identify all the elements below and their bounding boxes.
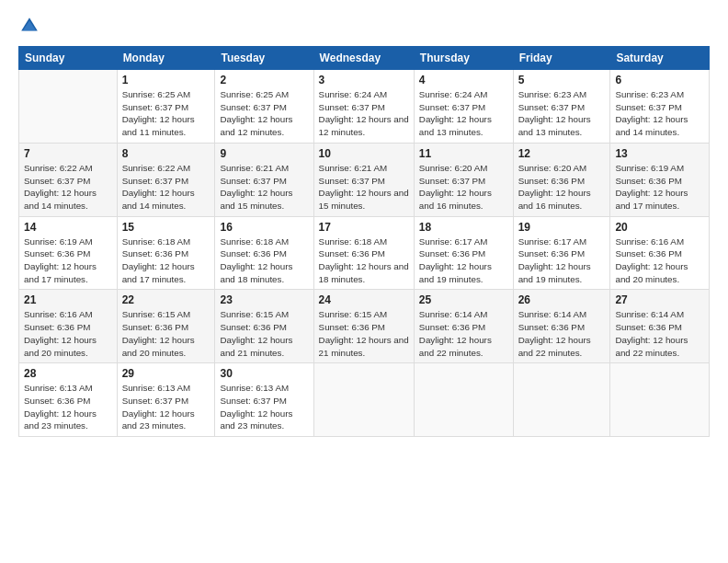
day-number: 19 [518,221,606,234]
day-number: 4 [419,74,508,86]
day-number: 16 [220,221,308,234]
day-cell: 3Sunrise: 6:24 AMSunset: 6:37 PMDaylight… [313,70,414,144]
week-row-3: 21Sunrise: 6:16 AMSunset: 6:36 PMDayligh… [19,290,710,363]
day-number: 17 [319,221,409,234]
day-info: Sunrise: 6:20 AMSunset: 6:37 PMDaylight:… [419,162,508,213]
logo [18,15,44,37]
day-cell [313,363,414,437]
day-cell: 19Sunrise: 6:17 AMSunset: 6:36 PMDayligh… [513,216,610,290]
day-cell: 4Sunrise: 6:24 AMSunset: 6:37 PMDaylight… [414,70,513,144]
day-number: 22 [122,293,210,306]
day-cell: 22Sunrise: 6:15 AMSunset: 6:36 PMDayligh… [117,290,215,363]
week-row-0: 1Sunrise: 6:25 AMSunset: 6:37 PMDaylight… [19,70,710,144]
day-info: Sunrise: 6:23 AMSunset: 6:37 PMDaylight:… [518,88,606,139]
day-number: 5 [518,74,606,86]
day-number: 2 [220,74,308,86]
day-cell: 25Sunrise: 6:14 AMSunset: 6:36 PMDayligh… [414,290,513,363]
day-cell: 29Sunrise: 6:13 AMSunset: 6:37 PMDayligh… [117,363,215,437]
day-info: Sunrise: 6:22 AMSunset: 6:37 PMDaylight:… [24,162,112,213]
day-info: Sunrise: 6:21 AMSunset: 6:37 PMDaylight:… [220,162,308,213]
day-header-tuesday: Tuesday [215,47,313,70]
day-number: 9 [220,147,308,160]
day-number: 25 [419,293,508,306]
day-info: Sunrise: 6:24 AMSunset: 6:37 PMDaylight:… [419,88,508,139]
day-header-sunday: Sunday [19,47,118,70]
week-row-1: 7Sunrise: 6:22 AMSunset: 6:37 PMDaylight… [19,143,710,216]
day-info: Sunrise: 6:21 AMSunset: 6:37 PMDaylight:… [319,162,409,213]
day-info: Sunrise: 6:19 AMSunset: 6:36 PMDaylight:… [24,236,112,286]
day-number: 15 [122,221,210,234]
day-info: Sunrise: 6:13 AMSunset: 6:36 PMDaylight:… [24,382,112,432]
day-info: Sunrise: 6:17 AMSunset: 6:36 PMDaylight:… [419,236,508,286]
day-number: 6 [615,74,704,86]
day-number: 1 [122,74,210,86]
day-cell: 15Sunrise: 6:18 AMSunset: 6:36 PMDayligh… [117,216,215,290]
day-info: Sunrise: 6:15 AMSunset: 6:36 PMDaylight:… [220,308,308,359]
day-info: Sunrise: 6:14 AMSunset: 6:36 PMDaylight:… [518,308,606,359]
day-number: 26 [518,293,606,306]
day-cell: 23Sunrise: 6:15 AMSunset: 6:36 PMDayligh… [215,290,313,363]
day-header-monday: Monday [117,47,215,70]
day-cell: 7Sunrise: 6:22 AMSunset: 6:37 PMDaylight… [19,143,118,216]
day-number: 24 [319,293,409,306]
day-info: Sunrise: 6:25 AMSunset: 6:37 PMDaylight:… [122,88,210,139]
day-info: Sunrise: 6:14 AMSunset: 6:36 PMDaylight:… [615,308,704,359]
day-number: 18 [419,221,508,234]
day-cell [610,363,710,437]
day-cell: 12Sunrise: 6:20 AMSunset: 6:36 PMDayligh… [513,143,610,216]
day-number: 21 [24,293,112,306]
week-row-4: 28Sunrise: 6:13 AMSunset: 6:36 PMDayligh… [19,363,710,437]
day-cell: 27Sunrise: 6:14 AMSunset: 6:36 PMDayligh… [610,290,710,363]
day-number: 3 [319,74,409,86]
day-header-friday: Friday [513,47,610,70]
day-cell: 17Sunrise: 6:18 AMSunset: 6:36 PMDayligh… [313,216,414,290]
day-info: Sunrise: 6:23 AMSunset: 6:37 PMDaylight:… [615,88,704,139]
day-cell [513,363,610,437]
day-cell: 28Sunrise: 6:13 AMSunset: 6:36 PMDayligh… [19,363,118,437]
day-cell [414,363,513,437]
day-cell: 30Sunrise: 6:13 AMSunset: 6:37 PMDayligh… [215,363,313,437]
day-cell: 16Sunrise: 6:18 AMSunset: 6:36 PMDayligh… [215,216,313,290]
week-row-2: 14Sunrise: 6:19 AMSunset: 6:36 PMDayligh… [19,216,710,290]
day-info: Sunrise: 6:14 AMSunset: 6:36 PMDaylight:… [419,308,508,359]
day-info: Sunrise: 6:16 AMSunset: 6:36 PMDaylight:… [615,236,704,286]
day-info: Sunrise: 6:20 AMSunset: 6:36 PMDaylight:… [518,162,606,213]
day-number: 20 [615,221,704,234]
day-info: Sunrise: 6:15 AMSunset: 6:36 PMDaylight:… [122,308,210,359]
day-cell: 1Sunrise: 6:25 AMSunset: 6:37 PMDaylight… [117,70,215,144]
day-info: Sunrise: 6:15 AMSunset: 6:36 PMDaylight:… [319,308,409,359]
day-info: Sunrise: 6:18 AMSunset: 6:36 PMDaylight:… [122,236,210,286]
header [18,15,710,37]
day-number: 12 [518,147,606,160]
day-number: 30 [220,367,308,380]
day-cell: 24Sunrise: 6:15 AMSunset: 6:36 PMDayligh… [313,290,414,363]
day-header-saturday: Saturday [610,47,710,70]
day-info: Sunrise: 6:22 AMSunset: 6:37 PMDaylight:… [122,162,210,213]
day-cell: 6Sunrise: 6:23 AMSunset: 6:37 PMDaylight… [610,70,710,144]
day-info: Sunrise: 6:16 AMSunset: 6:36 PMDaylight:… [24,308,112,359]
day-cell: 20Sunrise: 6:16 AMSunset: 6:36 PMDayligh… [610,216,710,290]
day-info: Sunrise: 6:18 AMSunset: 6:36 PMDaylight:… [220,236,308,286]
days-header-row: SundayMondayTuesdayWednesdayThursdayFrid… [19,47,710,70]
day-info: Sunrise: 6:13 AMSunset: 6:37 PMDaylight:… [220,382,308,432]
day-number: 27 [615,293,704,306]
day-number: 23 [220,293,308,306]
day-info: Sunrise: 6:19 AMSunset: 6:36 PMDaylight:… [615,162,704,213]
day-info: Sunrise: 6:24 AMSunset: 6:37 PMDaylight:… [319,88,409,139]
day-cell: 26Sunrise: 6:14 AMSunset: 6:36 PMDayligh… [513,290,610,363]
calendar-table: SundayMondayTuesdayWednesdayThursdayFrid… [18,46,710,437]
day-number: 10 [319,147,409,160]
day-header-wednesday: Wednesday [313,47,414,70]
day-cell: 18Sunrise: 6:17 AMSunset: 6:36 PMDayligh… [414,216,513,290]
day-number: 13 [615,147,704,160]
day-cell: 11Sunrise: 6:20 AMSunset: 6:37 PMDayligh… [414,143,513,216]
day-cell: 13Sunrise: 6:19 AMSunset: 6:36 PMDayligh… [610,143,710,216]
day-number: 29 [122,367,210,380]
logo-icon [18,15,40,37]
day-cell [19,70,118,144]
day-cell: 10Sunrise: 6:21 AMSunset: 6:37 PMDayligh… [313,143,414,216]
day-cell: 8Sunrise: 6:22 AMSunset: 6:37 PMDaylight… [117,143,215,216]
day-number: 8 [122,147,210,160]
day-number: 14 [24,221,112,234]
page: SundayMondayTuesdayWednesdayThursdayFrid… [0,0,728,563]
